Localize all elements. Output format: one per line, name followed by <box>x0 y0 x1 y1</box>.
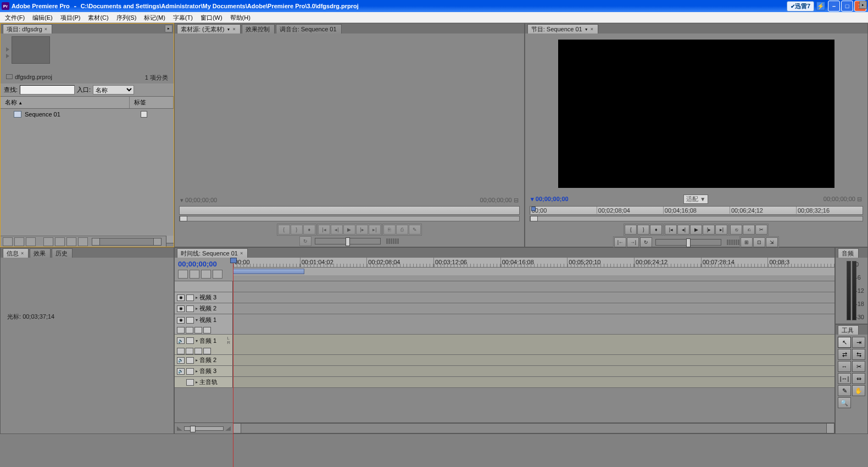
entry-select[interactable]: 名称 <box>93 85 134 94</box>
effect-controls-tab[interactable]: 效果控制 <box>242 24 275 34</box>
zoom-in-icon[interactable] <box>225 426 231 431</box>
playhead-icon[interactable] <box>531 207 536 211</box>
icon-view-icon[interactable] <box>14 237 24 246</box>
menu-project[interactable]: 项目(P) <box>57 12 85 23</box>
close-icon[interactable]: × <box>44 26 47 32</box>
export-frame-button[interactable]: ✎ <box>409 225 421 235</box>
source-tab[interactable]: 素材源: (无素材)▼× <box>177 24 241 34</box>
scroll-down-icon[interactable] <box>166 236 174 243</box>
marker-icon[interactable] <box>201 270 211 279</box>
step-back-button[interactable]: ◂| <box>331 225 343 235</box>
goto-in-button[interactable]: |◂ <box>318 225 330 235</box>
set-out-button[interactable]: } <box>637 225 649 235</box>
maximize-button[interactable]: □ <box>841 1 853 12</box>
step-fwd-button[interactable]: |▸ <box>356 225 368 235</box>
shuttle-slider[interactable] <box>315 238 381 244</box>
speaker-icon[interactable]: 🔊 <box>177 368 185 375</box>
menu-edit[interactable]: 编辑(E) <box>29 12 57 23</box>
rolling-edit-tool[interactable]: ⇆ <box>852 349 865 360</box>
new-bin-icon[interactable] <box>55 237 65 246</box>
menu-clip[interactable]: 素材(C) <box>84 12 112 23</box>
column-label[interactable]: 标签 <box>130 97 174 108</box>
next-edit-button[interactable]: →| <box>627 237 639 247</box>
track-video-3[interactable]: ◉▸视频 3 <box>175 292 834 303</box>
speaker-icon[interactable]: 🔊 <box>177 337 185 344</box>
goto-out-button[interactable]: ▸| <box>369 225 381 235</box>
prev-kf-icon[interactable] <box>194 348 202 354</box>
timeline-h-scrollbar[interactable] <box>233 423 834 433</box>
volume-icon[interactable] <box>186 348 193 354</box>
shuttle-slider[interactable] <box>655 239 721 246</box>
lift-button[interactable]: ⎋ <box>730 225 742 235</box>
source-ruler[interactable] <box>179 206 520 215</box>
menu-sequence[interactable]: 序列(S) <box>113 12 141 23</box>
panel-menu-icon[interactable]: ▸ <box>165 25 173 32</box>
marker-button[interactable]: ♦ <box>303 225 315 235</box>
eye-icon[interactable]: ◉ <box>177 294 185 301</box>
minimize-button[interactable]: – <box>828 1 840 12</box>
loop-button[interactable]: ↻ <box>640 237 652 247</box>
h-scrollbar[interactable] <box>92 238 162 246</box>
track-audio-1[interactable]: 🔊▾音频 1LR <box>175 335 834 355</box>
panel-menu-icon[interactable]: ▸ <box>859 1 867 9</box>
play-button[interactable]: ▶ <box>690 225 702 235</box>
set-in-button[interactable]: { <box>625 225 637 235</box>
keyframe-icon[interactable] <box>177 327 185 333</box>
lock-icon[interactable] <box>186 379 194 386</box>
hand-tool[interactable]: ✋ <box>852 385 865 396</box>
eye-icon[interactable]: ◉ <box>177 305 185 312</box>
selection-tool[interactable]: ↖ <box>838 337 851 348</box>
snap-icon[interactable] <box>178 270 188 279</box>
label-swatch[interactable] <box>141 111 147 118</box>
speaker-icon[interactable]: 🔊 <box>177 357 185 364</box>
play-button[interactable]: ▶ <box>343 225 355 235</box>
insert-button[interactable]: ⎘ <box>383 225 396 235</box>
next-kf-icon[interactable] <box>203 348 211 354</box>
lock-icon[interactable] <box>186 337 194 344</box>
track-select-tool[interactable]: ⇥ <box>852 337 865 348</box>
output-button[interactable]: ⊡ <box>753 237 765 247</box>
history-tab[interactable]: 历史 <box>52 248 73 258</box>
prev-kf-icon[interactable] <box>194 327 202 333</box>
search-input[interactable] <box>20 85 75 94</box>
jog-wheel[interactable] <box>727 240 739 245</box>
keyframe-icon[interactable] <box>177 348 185 354</box>
source-zoom-slider[interactable] <box>179 216 520 221</box>
timeline-ruler[interactable]: 00;0000;01;04;0200;02;08;04 00;03;12;060… <box>233 258 834 281</box>
trim-button[interactable]: ✂ <box>755 225 767 235</box>
loop-button[interactable]: ↻ <box>299 236 311 246</box>
menu-help[interactable]: 帮助(H) <box>226 12 254 23</box>
safe-margins-button[interactable]: ⊞ <box>741 237 753 247</box>
track-video-2[interactable]: ◉▸视频 2 <box>175 303 834 314</box>
close-icon[interactable]: × <box>591 26 593 32</box>
slide-tool[interactable]: ⇔ <box>852 373 865 384</box>
program-viewer[interactable] <box>558 40 834 188</box>
find-icon[interactable] <box>43 237 53 246</box>
automate-icon[interactable] <box>26 237 36 246</box>
program-tab[interactable]: 节目: Sequence 01▼× <box>527 24 598 34</box>
lightning-icon[interactable]: ⚡ <box>816 2 825 10</box>
audio-mixer-tab[interactable]: 调音台: Sequence 01 <box>276 24 342 34</box>
project-list[interactable]: Sequence 01 <box>1 109 174 236</box>
pen-tool[interactable]: ✎ <box>838 385 851 396</box>
xunlei-badge[interactable]: ✔ 迅雷7 <box>787 1 814 12</box>
eye-icon[interactable]: ◉ <box>177 317 185 324</box>
linked-selection-icon[interactable] <box>190 270 199 279</box>
lock-icon[interactable] <box>186 305 194 312</box>
rate-stretch-tool[interactable]: ↔ <box>838 361 851 372</box>
info-tab[interactable]: 信息× <box>3 248 29 258</box>
project-tab[interactable]: 项目: dfgsdrg× <box>3 24 52 34</box>
set-out-button[interactable]: } <box>291 225 303 235</box>
slip-tool[interactable]: |↔| <box>838 373 851 384</box>
opacity-icon[interactable] <box>186 327 193 333</box>
list-view-icon[interactable] <box>3 237 13 246</box>
track-audio-2[interactable]: 🔊▸音频 2 <box>175 355 834 366</box>
razor-tool[interactable]: ✂ <box>852 361 865 372</box>
jog-wheel[interactable] <box>386 238 399 244</box>
audio-tab[interactable]: 音频 <box>838 248 859 258</box>
menu-marker[interactable]: 标记(M) <box>140 12 169 23</box>
step-back-button[interactable]: ◂| <box>677 225 689 235</box>
ripple-edit-tool[interactable]: ⇄ <box>838 349 851 360</box>
menu-file[interactable]: 文件(F) <box>1 12 29 23</box>
set-in-button[interactable]: { <box>278 225 290 235</box>
